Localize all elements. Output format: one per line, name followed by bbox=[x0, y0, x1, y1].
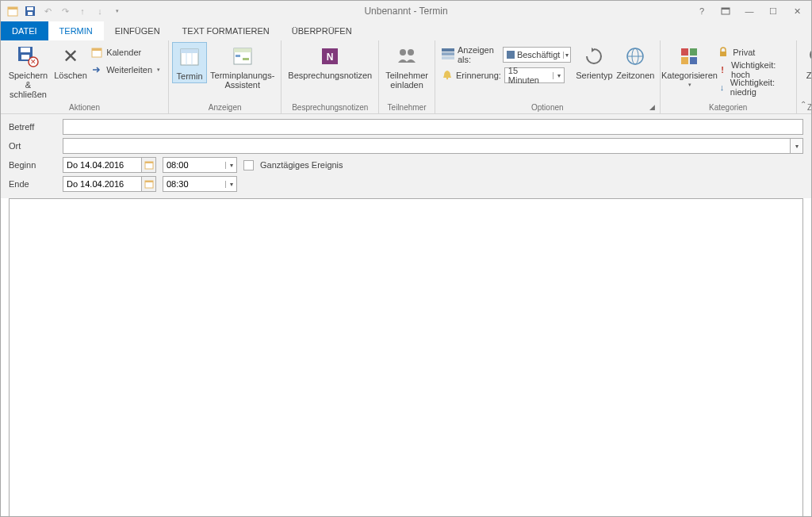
recurrence-icon bbox=[581, 44, 607, 69]
allday-checkbox[interactable] bbox=[243, 160, 254, 170]
next-icon[interactable]: ↓ bbox=[93, 4, 107, 18]
end-time-value: 08:30 bbox=[167, 179, 189, 189]
appointment-icon[interactable] bbox=[6, 4, 20, 18]
calendar-picker-icon[interactable] bbox=[141, 158, 155, 172]
scheduling-assistant-button[interactable]: Terminplanungs- Assistent bbox=[207, 42, 278, 91]
prev-icon[interactable]: ↑ bbox=[75, 4, 90, 18]
svg-rect-20 bbox=[236, 55, 240, 57]
delete-icon: ✕ bbox=[58, 44, 83, 69]
group-meeting-notes-label: Besprechungsnotizen bbox=[292, 101, 368, 113]
zoom-button[interactable]: Zoom bbox=[800, 42, 812, 82]
tab-termin[interactable]: TERMIN bbox=[48, 21, 104, 40]
recurrence-button[interactable]: Serientyp bbox=[574, 42, 615, 82]
begin-time-input[interactable]: 08:00 ▾ bbox=[163, 157, 237, 173]
tab-review[interactable]: ÜBERPRÜFEN bbox=[281, 21, 363, 40]
svg-rect-43 bbox=[145, 181, 153, 182]
maximize-icon[interactable]: ☐ bbox=[762, 3, 784, 19]
svg-rect-8 bbox=[21, 48, 30, 52]
importance-low-button[interactable]: ↓ Wichtigkeit: niedrig bbox=[715, 79, 793, 96]
calendar-picker-icon[interactable] bbox=[141, 177, 155, 191]
group-show: Termin Terminplanungs- Assistent Anzeige… bbox=[169, 40, 282, 113]
group-categories: Kategorisieren ▾ Privat ! Wichtigkeit: h… bbox=[661, 40, 797, 113]
svg-rect-21 bbox=[243, 58, 249, 60]
svg-point-24 bbox=[400, 49, 406, 56]
svg-rect-1 bbox=[8, 7, 17, 10]
termin-button[interactable]: Termin bbox=[172, 42, 207, 83]
close-icon[interactable]: ✕ bbox=[786, 3, 808, 19]
svg-rect-9 bbox=[21, 55, 29, 59]
appointment-form: Betreff Ort ▾ Beginn Do 14.04.2016 08:00… bbox=[1, 114, 811, 198]
categorize-button[interactable]: Kategorisieren ▾ bbox=[664, 42, 716, 91]
end-time-input[interactable]: 08:30 ▾ bbox=[163, 176, 237, 192]
location-dropdown-icon[interactable]: ▾ bbox=[791, 138, 803, 154]
ribbon-options-icon[interactable] bbox=[714, 3, 737, 19]
importance-high-button[interactable]: ! Wichtigkeit: hoch bbox=[715, 61, 793, 79]
private-button[interactable]: Privat bbox=[715, 44, 793, 61]
svg-rect-4 bbox=[28, 12, 33, 15]
show-as-combo[interactable]: Beschäftigt ▾ bbox=[503, 47, 571, 63]
svg-rect-13 bbox=[92, 48, 102, 51]
options-dialog-launcher-icon[interactable]: ◢ bbox=[649, 103, 657, 111]
tab-file[interactable]: DATEI bbox=[1, 21, 48, 40]
begin-date-value: Do 14.04.2016 bbox=[67, 160, 124, 170]
termin-label: Termin bbox=[177, 71, 203, 81]
svg-rect-41 bbox=[145, 162, 153, 163]
zoom-icon bbox=[805, 44, 812, 69]
categorize-label: Kategorisieren bbox=[661, 71, 718, 80]
reminder-value: 15 Minuten bbox=[505, 66, 553, 85]
calendar-button[interactable]: Kalender bbox=[89, 44, 165, 61]
group-actions-label: Aktionen bbox=[69, 101, 100, 113]
collapse-ribbon-icon[interactable]: ⌃ bbox=[800, 100, 806, 109]
group-categories-label: Kategorien bbox=[709, 101, 747, 113]
svg-rect-37 bbox=[720, 52, 726, 56]
scheduling-assistant-icon bbox=[230, 44, 255, 69]
ribbon-tabs: DATEI TERMIN EINFÜGEN TEXT FORMATIEREN Ü… bbox=[1, 21, 811, 40]
delete-button[interactable]: ✕ Löschen bbox=[52, 42, 89, 82]
forward-button[interactable]: Weiterleiten ▾ bbox=[89, 61, 165, 79]
group-attendees-label: Teilnehmer bbox=[388, 101, 427, 113]
quick-access-toolbar: ↶ ↷ ↑ ↓ ▾ bbox=[1, 4, 124, 18]
show-as-icon bbox=[442, 48, 454, 61]
attendees-icon bbox=[394, 44, 419, 69]
meeting-notes-button[interactable]: N Besprechungsnotizen bbox=[285, 42, 375, 82]
forward-label: Weiterleiten bbox=[106, 65, 152, 75]
svg-rect-34 bbox=[690, 48, 697, 56]
chevron-down-icon: ▾ bbox=[688, 80, 691, 90]
minimize-icon[interactable]: — bbox=[738, 3, 760, 19]
group-zoom-label: Zoom bbox=[807, 101, 812, 113]
help-icon[interactable]: ? bbox=[691, 3, 713, 19]
onenote-icon: N bbox=[317, 44, 343, 69]
end-label: Ende bbox=[9, 179, 56, 189]
importance-low-label: Wichtigkeit: niedrig bbox=[730, 78, 788, 97]
meeting-notes-label: Besprechungsnotizen bbox=[288, 71, 372, 80]
reminder-combo[interactable]: 15 Minuten ▾ bbox=[504, 67, 565, 83]
chevron-down-icon: ▾ bbox=[225, 181, 236, 188]
scheduling-assistant-label: Terminplanungs- Assistent bbox=[210, 71, 274, 90]
save-icon[interactable] bbox=[23, 4, 37, 18]
undo-icon[interactable]: ↶ bbox=[40, 4, 55, 18]
location-label: Ort bbox=[9, 141, 56, 151]
end-date-input[interactable]: Do 14.04.2016 bbox=[63, 176, 156, 192]
begin-date-input[interactable]: Do 14.04.2016 bbox=[63, 157, 156, 173]
calendar-label: Kalender bbox=[106, 48, 141, 57]
redo-icon[interactable]: ↷ bbox=[58, 4, 72, 18]
svg-rect-6 bbox=[722, 8, 730, 10]
forward-icon bbox=[90, 63, 103, 76]
group-show-label: Anzeigen bbox=[209, 101, 242, 113]
tab-format[interactable]: TEXT FORMATIEREN bbox=[171, 21, 281, 40]
svg-rect-28 bbox=[442, 56, 454, 59]
group-attendees: Teilnehmer einladen Teilnehmer bbox=[379, 40, 435, 113]
subject-input[interactable] bbox=[63, 119, 803, 135]
timezones-button[interactable]: Zeitzonen bbox=[615, 42, 657, 82]
save-close-button[interactable]: ✕ Speichern & schließen bbox=[4, 42, 52, 101]
invite-attendees-button[interactable]: Teilnehmer einladen bbox=[382, 42, 431, 91]
ribbon: ✕ Speichern & schließen ✕ Löschen Kalend… bbox=[1, 40, 811, 114]
qat-dropdown-icon[interactable]: ▾ bbox=[110, 4, 124, 18]
chevron-down-icon: ▾ bbox=[225, 162, 236, 169]
appointment-body-textarea[interactable] bbox=[9, 198, 803, 517]
tab-insert[interactable]: EINFÜGEN bbox=[104, 21, 171, 40]
location-input[interactable] bbox=[63, 138, 791, 154]
termin-icon bbox=[177, 44, 202, 70]
zoom-label: Zoom bbox=[806, 71, 812, 80]
globe-icon bbox=[622, 44, 648, 69]
